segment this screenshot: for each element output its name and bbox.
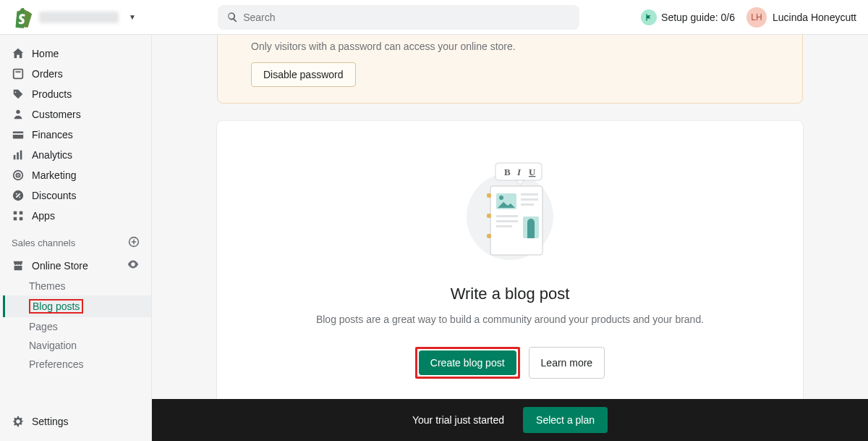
flag-icon xyxy=(641,9,657,25)
sidebar-item-label: Finances xyxy=(32,129,73,140)
search-icon xyxy=(226,11,239,24)
svg-rect-29 xyxy=(496,215,518,217)
svg-rect-15 xyxy=(20,211,23,215)
store-name[interactable] xyxy=(39,12,119,23)
orders-icon xyxy=(12,67,25,80)
sidebar-item-label: Marketing xyxy=(32,169,76,181)
svg-rect-28 xyxy=(521,203,534,206)
empty-state-subtitle: Blog posts are a great way to build a co… xyxy=(246,314,774,325)
sidebar-item-label: Analytics xyxy=(32,149,72,161)
sidebar-item-finances[interactable]: Finances xyxy=(0,125,151,145)
learn-more-button[interactable]: Learn more xyxy=(529,347,605,379)
svg-rect-21 xyxy=(487,193,491,198)
sidebar: Home Orders Products Customers Finances … xyxy=(0,35,152,441)
disable-password-button[interactable]: Disable password xyxy=(251,62,356,87)
svg-point-25 xyxy=(499,196,503,200)
sidebar-item-label: Customers xyxy=(32,109,81,120)
svg-rect-26 xyxy=(521,193,538,196)
sales-channels-header: Sales channels xyxy=(0,226,151,254)
sidebar-item-label: Discounts xyxy=(32,190,76,201)
settings-label: Settings xyxy=(32,416,69,427)
user-name: Lucinda Honeycutt xyxy=(773,12,856,23)
svg-rect-5 xyxy=(14,155,16,159)
svg-text:I: I xyxy=(516,167,522,177)
sidebar-item-label: Apps xyxy=(32,210,55,222)
search-field[interactable] xyxy=(243,12,571,23)
empty-state-card: B I U Write a blog post Blog posts are a… xyxy=(217,121,803,415)
analytics-icon xyxy=(12,148,25,161)
svg-rect-4 xyxy=(13,133,23,135)
blog-illustration-icon: B I U xyxy=(246,157,774,266)
empty-state-title: Write a blog post xyxy=(246,285,774,303)
subnav-preferences[interactable]: Preferences xyxy=(29,355,151,374)
svg-rect-17 xyxy=(20,217,23,221)
sales-channels-label: Sales channels xyxy=(12,238,75,248)
view-store-icon[interactable] xyxy=(127,258,140,273)
shopify-logo-icon[interactable] xyxy=(12,7,33,28)
svg-rect-23 xyxy=(487,234,491,238)
sidebar-item-home[interactable]: Home xyxy=(0,43,151,64)
sidebar-item-marketing[interactable]: Marketing xyxy=(0,165,151,185)
search-container xyxy=(218,5,579,30)
svg-rect-22 xyxy=(487,214,491,218)
add-channel-icon[interactable] xyxy=(128,236,140,250)
marketing-icon xyxy=(12,169,25,182)
gear-icon xyxy=(12,415,25,428)
select-plan-button[interactable]: Select a plan xyxy=(523,407,608,433)
search-input[interactable] xyxy=(218,5,579,30)
header-right: Setup guide: 0/6 LH Lucinda Honeycutt xyxy=(641,7,856,28)
finances-icon xyxy=(12,128,25,141)
sidebar-item-online-store[interactable]: Online Store xyxy=(0,254,151,277)
svg-rect-31 xyxy=(496,225,512,227)
svg-rect-3 xyxy=(13,132,23,139)
password-banner: Only visitors with a password can access… xyxy=(217,35,803,104)
sidebar-item-products[interactable]: Products xyxy=(0,84,151,104)
svg-point-12 xyxy=(16,193,17,195)
subnav-themes[interactable]: Themes xyxy=(29,277,151,295)
subnav-navigation[interactable]: Navigation xyxy=(29,336,151,355)
online-store-subnav: Themes Blog posts Pages Navigation Prefe… xyxy=(0,277,151,374)
trial-bar: Your trial just started Select a plan xyxy=(152,399,868,441)
store-icon xyxy=(12,259,25,272)
apps-icon xyxy=(12,209,25,222)
trial-message: Your trial just started xyxy=(412,414,504,426)
svg-rect-1 xyxy=(15,71,20,72)
subnav-pages[interactable]: Pages xyxy=(29,317,151,336)
svg-text:B: B xyxy=(504,167,511,177)
products-icon xyxy=(12,88,25,101)
svg-rect-6 xyxy=(17,152,19,159)
highlight-frame: Create blog post xyxy=(415,347,520,379)
setup-guide-label: Setup guide: 0/6 xyxy=(661,12,735,23)
svg-rect-0 xyxy=(14,70,23,79)
create-blog-post-button[interactable]: Create blog post xyxy=(419,350,516,375)
header-left: ▼ xyxy=(12,7,218,28)
subnav-blog-posts[interactable]: Blog posts xyxy=(3,295,151,317)
main-content: Only visitors with a password can access… xyxy=(152,35,868,441)
sidebar-item-analytics[interactable]: Analytics xyxy=(0,145,151,165)
svg-rect-14 xyxy=(14,211,17,215)
sidebar-item-label: Orders xyxy=(32,68,63,80)
svg-point-10 xyxy=(17,175,19,176)
sidebar-item-label: Products xyxy=(32,88,72,100)
svg-rect-27 xyxy=(521,198,538,201)
svg-rect-30 xyxy=(496,220,518,222)
sidebar-item-settings[interactable]: Settings xyxy=(12,415,140,428)
sidebar-item-apps[interactable]: Apps xyxy=(0,206,151,226)
svg-text:U: U xyxy=(529,167,536,177)
customers-icon xyxy=(12,108,25,121)
banner-text: Only visitors with a password can access… xyxy=(251,35,782,52)
svg-point-2 xyxy=(16,110,20,114)
button-row: Create blog post Learn more xyxy=(246,347,774,379)
sidebar-item-discounts[interactable]: Discounts xyxy=(0,185,151,206)
svg-rect-7 xyxy=(20,151,22,160)
user-menu[interactable]: LH Lucinda Honeycutt xyxy=(746,7,856,28)
sidebar-item-customers[interactable]: Customers xyxy=(0,104,151,125)
avatar: LH xyxy=(746,7,767,28)
sidebar-item-orders[interactable]: Orders xyxy=(0,64,151,84)
home-icon xyxy=(12,47,25,60)
setup-guide-button[interactable]: Setup guide: 0/6 xyxy=(641,9,735,25)
subnav-label-highlighted: Blog posts xyxy=(29,299,83,314)
sidebar-item-label: Home xyxy=(32,48,59,59)
svg-rect-16 xyxy=(14,217,17,221)
store-switcher-icon[interactable]: ▼ xyxy=(129,13,136,21)
